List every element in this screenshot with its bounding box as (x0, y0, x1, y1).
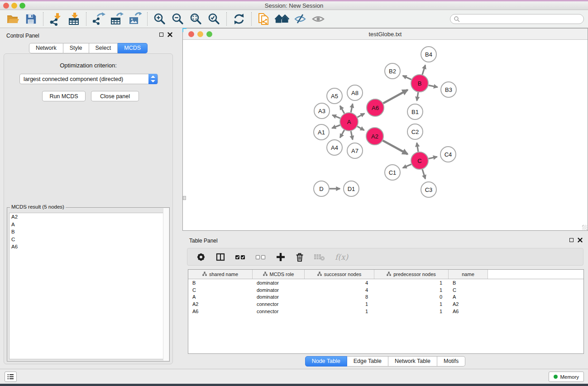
graph-edge-C-C2[interactable] (417, 143, 418, 152)
cell-successor-nodes[interactable]: 8 (305, 294, 374, 300)
show-home-icon[interactable] (273, 11, 291, 27)
column-header-predecessor-nodes[interactable]: predecessor nodes (374, 270, 449, 279)
graph-node-A5[interactable]: A5 (327, 88, 342, 104)
graph-node-A8[interactable]: A8 (347, 85, 363, 100)
table-row[interactable]: Bdominator41B (188, 279, 583, 286)
cell-MCDS-role[interactable]: connector (253, 309, 305, 314)
import-network-icon[interactable] (47, 11, 65, 27)
graph-edge-B-B1[interactable] (417, 92, 418, 101)
column-header-shared-name[interactable]: shared name (188, 270, 253, 279)
zoom-in-icon[interactable] (151, 11, 169, 27)
table-row[interactable]: A2connector11A2 (188, 300, 583, 308)
cell-shared-name[interactable]: B (188, 280, 253, 286)
memory-button[interactable]: Memory (549, 372, 584, 382)
graph-node-B4[interactable]: B4 (421, 47, 436, 62)
graph-node-C[interactable]: C (411, 152, 428, 169)
graph-node-A2[interactable]: A2 (366, 128, 383, 145)
open-file-icon[interactable] (4, 11, 22, 27)
view-scrollbar-mark[interactable] (183, 196, 186, 200)
cell-MCDS-role[interactable]: dominator (253, 287, 305, 293)
settings-gear-icon[interactable] (196, 252, 206, 262)
graph-edge-A-A1[interactable] (332, 125, 340, 128)
cell-successor-nodes[interactable]: 4 (305, 280, 374, 286)
float-table-panel-icon[interactable] (569, 238, 574, 242)
search-field[interactable] (450, 14, 584, 24)
graph-node-B3[interactable]: B3 (441, 82, 456, 97)
import-table-icon[interactable] (65, 11, 83, 27)
graph-node-A[interactable]: A (340, 113, 358, 131)
graph-node-D[interactable]: D (314, 181, 329, 196)
graph-edge-A-A3[interactable] (332, 115, 340, 118)
zoom-fit-icon[interactable] (187, 11, 205, 27)
cell-predecessor-nodes[interactable]: 1 (374, 301, 449, 307)
hide-selected-icon[interactable] (291, 11, 309, 27)
graph-node-A4[interactable]: A4 (327, 140, 342, 155)
graph-edge-A-A5[interactable] (340, 106, 344, 114)
close-panel-button[interactable]: Close panel (91, 91, 139, 101)
tab-network[interactable]: Network (29, 43, 63, 53)
tab-style[interactable]: Style (63, 43, 89, 53)
graph-node-A7[interactable]: A7 (347, 143, 363, 158)
graph-edge-A-A8[interactable] (351, 104, 353, 112)
cell-successor-nodes[interactable]: 1 (305, 309, 374, 314)
graph-node-D1[interactable]: D1 (344, 181, 359, 196)
graph-edge-A2-C[interactable] (383, 141, 408, 154)
cell-name[interactable]: B (449, 280, 488, 286)
cell-shared-name[interactable]: A (188, 294, 253, 300)
graph-edge-A-A7[interactable] (351, 131, 353, 140)
cell-shared-name[interactable]: A6 (188, 309, 253, 314)
node-table[interactable]: shared nameMCDS rolesuccessor nodesprede… (188, 269, 584, 354)
run-mcds-button[interactable]: Run MCDS (42, 91, 86, 101)
show-column-icon[interactable] (215, 252, 225, 262)
cell-name[interactable]: A6 (449, 309, 488, 314)
tab-node-table[interactable]: Node Table (305, 356, 347, 367)
result-item[interactable]: A2 (10, 213, 167, 221)
graph-node-C4[interactable]: C4 (440, 147, 456, 162)
cell-predecessor-nodes[interactable]: 1 (374, 287, 449, 293)
search-input[interactable] (462, 15, 583, 23)
tab-mcds[interactable]: MCDS (118, 43, 148, 53)
cell-name[interactable]: C (449, 287, 488, 293)
close-panel-icon[interactable] (167, 32, 172, 37)
criterion-dropdown[interactable]: largest connected component (directed) (19, 74, 158, 84)
graph-node-C1[interactable]: C1 (385, 165, 400, 180)
delete-table-icon[interactable] (314, 253, 325, 262)
table-row[interactable]: Cdominator41C (188, 286, 583, 294)
cell-name[interactable]: A2 (449, 301, 488, 307)
close-table-panel-icon[interactable] (578, 238, 583, 243)
cell-predecessor-nodes[interactable]: 1 (374, 309, 449, 314)
result-item[interactable]: B (10, 228, 167, 236)
show-all-icon[interactable] (309, 11, 327, 27)
graph-edge-B-B2[interactable] (403, 76, 411, 80)
graph-node-B2[interactable]: B2 (385, 63, 400, 79)
tab-network-table[interactable]: Network Table (388, 356, 437, 367)
graph-node-B1[interactable]: B1 (407, 104, 423, 119)
graph-node-A3[interactable]: A3 (314, 103, 330, 119)
cell-shared-name[interactable]: A2 (188, 301, 253, 307)
float-panel-icon[interactable] (159, 33, 163, 37)
cell-MCDS-role[interactable]: connector (253, 301, 305, 307)
table-row[interactable]: A6connector11A6 (188, 308, 583, 315)
result-item[interactable]: A (10, 221, 167, 229)
cell-shared-name[interactable]: C (188, 287, 253, 293)
view-resize-handle[interactable] (582, 225, 587, 230)
graph-edge-C-C4[interactable] (429, 157, 437, 158)
graph-edge-A-A4[interactable] (340, 130, 344, 138)
clone-network-icon[interactable] (255, 11, 273, 27)
result-item[interactable]: A6 (10, 243, 167, 251)
apply-layout-icon[interactable] (230, 11, 248, 27)
cell-name[interactable]: A (449, 294, 488, 300)
select-all-checks-icon[interactable] (235, 252, 246, 262)
export-image-icon[interactable] (126, 11, 144, 27)
graph-edge-A-A6[interactable] (358, 114, 365, 117)
save-session-icon[interactable] (22, 11, 40, 27)
column-header-successor-nodes[interactable]: successor nodes (305, 270, 374, 279)
graph-node-A1[interactable]: A1 (314, 124, 329, 140)
table-row[interactable]: Adominator80A (188, 293, 583, 300)
zoom-out-icon[interactable] (169, 11, 187, 27)
export-table-icon[interactable] (108, 11, 126, 27)
column-header-MCDS-role[interactable]: MCDS role (253, 270, 305, 279)
mcds-result-list[interactable]: A2ABCA6 (9, 213, 167, 359)
graph-edge-C-C3[interactable] (422, 169, 425, 179)
task-history-button[interactable] (5, 372, 17, 382)
